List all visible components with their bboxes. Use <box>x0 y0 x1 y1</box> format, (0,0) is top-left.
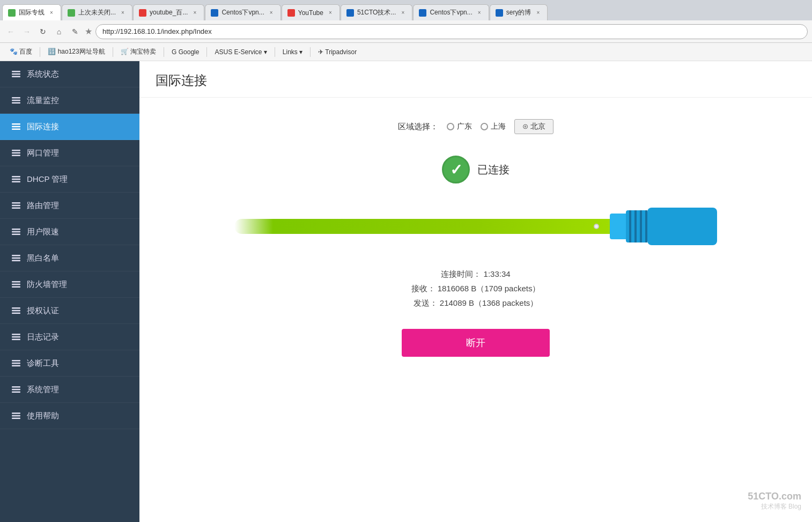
sidebar-item-help[interactable]: 使用帮助 <box>0 403 139 429</box>
sidebar-item-dhcp-mgmt[interactable]: DHCP 管理 <box>0 166 139 193</box>
tab-close-t4[interactable]: × <box>268 9 275 17</box>
connection-time-label: 连接时间： <box>441 269 481 278</box>
sidebar-item-route-mgmt[interactable]: 路由管理 <box>0 193 139 219</box>
reload-button[interactable]: ↻ <box>36 25 49 38</box>
browser-tab-t8[interactable]: sery的博× <box>490 4 548 20</box>
connection-status-text: 已连接 <box>477 163 510 177</box>
region-box-2[interactable]: ⊙ 北京 <box>514 119 553 134</box>
address-input[interactable] <box>95 24 808 39</box>
svg-rect-9 <box>12 150 20 151</box>
tab-close-t2[interactable]: × <box>119 9 127 17</box>
browser-tab-t5[interactable]: YouTube× <box>282 4 340 20</box>
sidebar-item-diag[interactable]: 诊断工具 <box>0 350 139 377</box>
bookmark-item-0[interactable]: 🐾 百度 <box>5 46 36 58</box>
browser-tab-t2[interactable]: 上次未关闭...× <box>62 4 132 20</box>
sidebar-label-traffic-monitor: 流量监控 <box>27 95 59 106</box>
tab-favicon-t7 <box>419 9 426 17</box>
sidebar-item-sys-mgmt[interactable]: 系统管理 <box>0 377 139 403</box>
tab-close-t6[interactable]: × <box>399 9 407 17</box>
tab-title-t8: sery的博 <box>506 8 532 17</box>
sidebar-label-blacklist: 黑白名单 <box>27 253 59 263</box>
bookmark-item-1[interactable]: 🔢 hao123网址导航 <box>43 46 109 58</box>
connected-icon: ✓ <box>442 156 470 183</box>
sidebar-icon-diag <box>11 358 21 369</box>
svg-rect-12 <box>12 176 20 178</box>
sidebar-label-port-mgmt: 网口管理 <box>27 148 59 158</box>
sidebar-icon-sys-status <box>11 69 21 79</box>
browser-tab-t7[interactable]: Centos下vpn...× <box>413 4 489 20</box>
stat-connection-time: 连接时间： 1:33:34 <box>411 269 541 280</box>
browser-tab-t3[interactable]: youtube_百...× <box>133 4 204 20</box>
svg-rect-22 <box>12 258 20 259</box>
stat-send: 发送： 214089 B（1368 packets） <box>411 298 541 308</box>
sidebar-label-intl-connect: 国际连接 <box>27 122 59 132</box>
watermark-site: 51CTO.com <box>748 491 801 502</box>
svg-rect-7 <box>12 126 20 128</box>
tab-title-t7: Centos下vpn... <box>430 8 472 17</box>
sidebar-icon-dhcp-mgmt <box>11 174 21 185</box>
cable-dot <box>594 224 599 229</box>
tab-close-t5[interactable]: × <box>327 9 334 17</box>
svg-rect-31 <box>12 336 20 338</box>
sidebar-item-intl-connect[interactable]: 国际连接 <box>0 114 139 140</box>
svg-rect-2 <box>12 76 20 78</box>
browser-tab-t6[interactable]: 51CTO技术...× <box>341 4 412 20</box>
svg-rect-14 <box>12 181 20 183</box>
bookmark-item-3[interactable]: G Google <box>167 47 203 57</box>
region-radio-1[interactable]: 上海 <box>481 122 506 131</box>
sidebar-icon-port-mgmt <box>11 148 21 158</box>
svg-rect-34 <box>12 363 20 364</box>
connector-body <box>647 208 717 245</box>
svg-rect-29 <box>12 313 20 314</box>
tab-favicon-t8 <box>496 9 503 17</box>
content-area: 国际连接 区域选择： 广东上海⊙ 北京 ✓ 已连接 <box>139 61 812 522</box>
history-button[interactable]: ✎ <box>69 25 82 38</box>
bookmark-item-2[interactable]: 🛒 淘宝特卖 <box>116 46 160 58</box>
region-radio-0[interactable]: 广东 <box>447 122 472 131</box>
back-button[interactable]: ← <box>4 25 17 38</box>
svg-rect-38 <box>12 392 20 393</box>
sidebar-item-sys-status[interactable]: 系统状态 <box>0 61 139 87</box>
svg-rect-28 <box>12 310 20 312</box>
status-area: ✓ 已连接 <box>442 156 510 183</box>
bookmark-item-4[interactable]: ASUS E-Service ▾ <box>210 47 271 57</box>
sidebar: 系统状态流量监控国际连接网口管理DHCP 管理路由管理用户限速黑白名单防火墙管理… <box>0 61 139 522</box>
svg-rect-40 <box>12 415 20 417</box>
browser-chrome: 国际专线×上次未关闭...×youtube_百...×Centos下vpn...… <box>0 0 812 522</box>
bookmark-item-6[interactable]: ✈ Tripadvisor <box>314 47 361 57</box>
disconnect-button[interactable]: 断开 <box>402 329 550 357</box>
region-radio-2[interactable]: ⊙ 北京 <box>514 119 553 134</box>
svg-rect-17 <box>12 208 20 209</box>
sidebar-item-traffic-monitor[interactable]: 流量监控 <box>0 87 139 114</box>
sidebar-item-port-mgmt[interactable]: 网口管理 <box>0 140 139 166</box>
sidebar-item-firewall[interactable]: 防火墙管理 <box>0 271 139 298</box>
svg-rect-25 <box>12 284 20 285</box>
tab-close-t7[interactable]: × <box>476 9 483 17</box>
svg-rect-19 <box>12 231 20 233</box>
svg-rect-8 <box>12 129 20 130</box>
sidebar-label-route-mgmt: 路由管理 <box>27 201 59 211</box>
svg-rect-36 <box>12 386 20 388</box>
sidebar-item-auth[interactable]: 授权认证 <box>0 298 139 324</box>
tab-close-t8[interactable]: × <box>534 9 542 17</box>
sidebar-item-blacklist[interactable]: 黑白名单 <box>0 245 139 271</box>
browser-tab-t4[interactable]: Centos下vpn...× <box>205 4 280 20</box>
browser-tab-t1[interactable]: 国际专线× <box>2 4 61 20</box>
tab-title-t6: 51CTO技术... <box>357 8 396 17</box>
radio-group: 广东上海⊙ 北京 <box>447 119 553 134</box>
send-label: 发送： <box>414 298 438 307</box>
forward-button[interactable]: → <box>20 25 33 38</box>
tab-favicon-t1 <box>8 9 16 17</box>
sidebar-item-user-limit[interactable]: 用户限速 <box>0 219 139 245</box>
tab-favicon-t6 <box>346 9 354 17</box>
home-button[interactable]: ⌂ <box>53 25 65 38</box>
tab-close-t3[interactable]: × <box>191 9 198 17</box>
tab-close-t1[interactable]: × <box>48 9 55 17</box>
sidebar-item-log[interactable]: 日志记录 <box>0 324 139 350</box>
sidebar-icon-help <box>11 410 21 421</box>
bookmark-item-5[interactable]: Links ▾ <box>278 47 307 57</box>
sidebar-icon-blacklist <box>11 253 21 263</box>
connector-stripes <box>626 210 647 242</box>
svg-rect-6 <box>12 123 20 125</box>
receive-label: 接收： <box>411 284 435 293</box>
